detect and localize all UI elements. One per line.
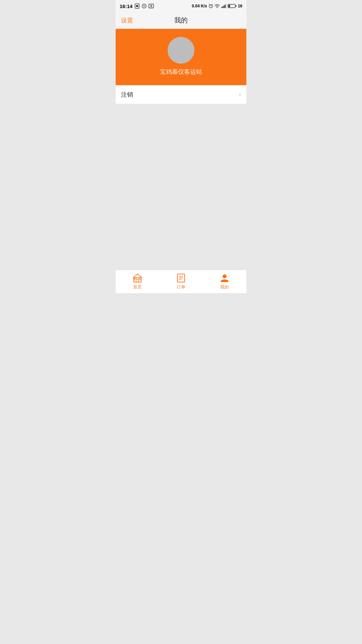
wifi-icon: [215, 4, 220, 8]
status-left: 16:14 支: [120, 3, 154, 9]
network-speed: 0.04 K/s: [192, 4, 207, 8]
tab-home-label: 首页: [133, 284, 142, 290]
nav-bar: 设置 我的: [116, 12, 246, 29]
tab-orders-label: 订单: [177, 284, 185, 290]
profile-name: 宝鸡慕仪客运站: [160, 68, 202, 76]
play-icon: [142, 4, 146, 8]
tab-home[interactable]: 首页: [132, 273, 142, 290]
svg-rect-12: [221, 7, 222, 8]
svg-rect-16: [226, 4, 227, 8]
home-icon: [132, 273, 142, 283]
svg-text:支: 支: [150, 5, 153, 8]
settings-button[interactable]: 设置: [121, 16, 133, 24]
signal-icon: [221, 4, 227, 8]
logout-menu-item[interactable]: 注销 ›: [116, 85, 246, 104]
page-title: 我的: [174, 16, 188, 25]
logout-label: 注销: [121, 91, 133, 99]
svg-line-9: [209, 4, 209, 5]
svg-rect-13: [222, 6, 223, 8]
svg-rect-1: [136, 5, 138, 7]
tab-my[interactable]: 我的: [220, 273, 230, 290]
battery-level: 16: [238, 4, 242, 8]
svg-point-28: [223, 274, 227, 278]
order-icon: [176, 273, 186, 283]
alipay-icon: 支: [148, 4, 154, 8]
svg-marker-3: [144, 5, 145, 7]
tab-my-label: 我的: [220, 284, 229, 290]
svg-rect-15: [225, 5, 226, 8]
svg-rect-14: [224, 5, 225, 8]
tab-orders[interactable]: 订单: [176, 273, 186, 290]
status-bar: 16:14 支 0.04 K/s: [116, 0, 246, 12]
svg-point-11: [217, 7, 218, 8]
svg-line-10: [212, 4, 213, 5]
profile-header: 宝鸡慕仪客运站: [116, 29, 246, 85]
tab-bar: 首页 订单 我的: [116, 270, 246, 293]
svg-rect-19: [228, 5, 230, 7]
svg-rect-21: [136, 279, 139, 282]
battery-icon: [228, 4, 237, 8]
menu-section: 注销 ›: [116, 85, 246, 104]
sim-icon: [134, 4, 140, 8]
gray-area: [116, 104, 246, 282]
avatar[interactable]: [168, 37, 194, 64]
svg-rect-22: [134, 278, 136, 280]
alarm-icon: [208, 4, 213, 8]
svg-rect-23: [139, 278, 140, 280]
svg-rect-18: [235, 5, 236, 7]
status-right: 0.04 K/s 16: [192, 4, 242, 8]
profile-icon: [220, 273, 230, 283]
chevron-right-icon: ›: [239, 91, 241, 98]
status-time: 16:14: [120, 3, 132, 9]
